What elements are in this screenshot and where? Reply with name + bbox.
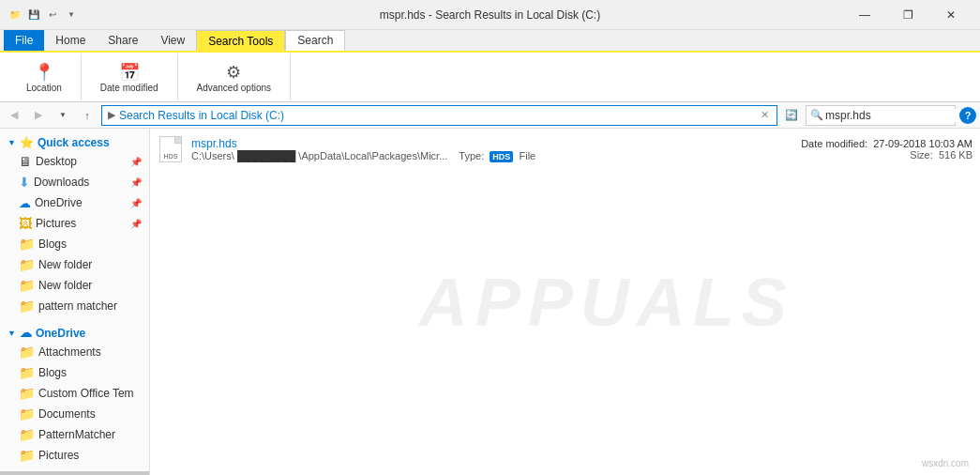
sidebar-item-blogs-od-label: Blogs xyxy=(38,366,67,379)
sidebar-item-downloads[interactable]: ⬇ Downloads 📌 xyxy=(0,172,149,192)
recent-button[interactable]: ▼ xyxy=(53,105,73,126)
pin-icon-onedrive: 📌 xyxy=(130,198,142,208)
sidebar-item-blogs[interactable]: 📁 Blogs xyxy=(0,234,149,254)
tab-view[interactable]: View xyxy=(149,30,196,51)
folder-icon: 📁 xyxy=(8,8,23,23)
pictures-icon: 🖼 xyxy=(19,216,32,231)
sidebar-item-new-folder-2[interactable]: 📁 New folder xyxy=(0,275,149,296)
tab-home[interactable]: Home xyxy=(44,30,97,51)
dropdown-arrow-icon[interactable]: ▼ xyxy=(64,8,79,23)
sidebar-item-pattern-matcher-od-label: PatternMatcher xyxy=(38,428,115,441)
tab-search[interactable]: Search xyxy=(285,30,345,51)
file-type-badge: HDS xyxy=(490,151,513,162)
sidebar-item-downloads-label: Downloads xyxy=(34,176,89,189)
quick-access-arrow: ▼ xyxy=(8,138,16,147)
sidebar-item-blogs-label: Blogs xyxy=(38,238,67,251)
sidebar-item-new-folder-1-label: New folder xyxy=(38,258,92,271)
watermark: APPUALS xyxy=(419,264,794,341)
sidebar-item-pictures-label: Pictures xyxy=(36,217,76,230)
ribbon-btn-location-label: Location xyxy=(26,83,62,93)
onedrive-section-label: OneDrive xyxy=(36,327,85,340)
file-path-base: C:\Users\ xyxy=(191,150,234,161)
content-area: APPUALS HDS mspr.hds C:\Users\ ████████ … xyxy=(150,129,980,475)
file-meta: Date modified: 27-09-2018 10:03 AM Size:… xyxy=(785,138,972,161)
file-size: Size: 516 KB xyxy=(785,149,972,161)
file-path-suffix: \AppData\Local\Packages\Micr... xyxy=(298,150,447,161)
size-label: Size: xyxy=(910,149,932,161)
sidebar-item-pattern-matcher-label: pattern matcher xyxy=(38,299,117,313)
sidebar-item-attachments-label: Attachments xyxy=(38,345,101,359)
file-type-label: File xyxy=(520,150,536,161)
undo-icon: ↩ xyxy=(45,8,60,23)
quick-access-label: Quick access xyxy=(38,136,110,149)
ribbon-group-refine: 📅 Date modified xyxy=(82,54,178,100)
pattern-matcher-od-icon: 📁 xyxy=(19,427,35,442)
downloads-icon: ⬇ xyxy=(19,175,30,190)
address-bar-input[interactable]: ▶ Search Results in Local Disk (C:) ✕ xyxy=(101,105,777,126)
new-folder-2-icon: 📁 xyxy=(19,278,35,293)
ribbon-tab-bar: File Home Share View Search Tools Search xyxy=(0,30,980,51)
address-path: Search Results in Local Disk (C:) xyxy=(119,109,759,122)
close-button[interactable]: ✕ xyxy=(929,0,972,30)
help-button[interactable]: ? xyxy=(959,107,976,124)
pictures-od-icon: 📁 xyxy=(19,448,35,463)
sidebar-item-onedrive-quick-label: OneDrive xyxy=(35,196,83,209)
back-button[interactable]: ◀ xyxy=(4,105,24,126)
sidebar-item-this-pc[interactable]: 💻 This PC xyxy=(0,471,149,475)
sidebar-item-documents[interactable]: 📁 Documents xyxy=(0,404,149,424)
save-icon: 💾 xyxy=(26,8,41,23)
forward-button[interactable]: ▶ xyxy=(28,105,49,126)
minimize-button[interactable]: — xyxy=(843,0,886,30)
ribbon-btn-location[interactable]: 📍 Location xyxy=(19,60,69,95)
table-row[interactable]: HDS mspr.hds C:\Users\ ████████ \AppData… xyxy=(150,132,980,166)
file-name-area: mspr.hds C:\Users\ ████████ \AppData\Loc… xyxy=(191,137,777,162)
address-bar: ◀ ▶ ▼ ↑ ▶ Search Results in Local Disk (… xyxy=(0,102,980,129)
sidebar-item-blogs-od[interactable]: 📁 Blogs xyxy=(0,362,149,383)
blogs-od-icon: 📁 xyxy=(19,365,35,380)
refresh-button[interactable]: 🔄 xyxy=(781,105,802,126)
address-clear-icon[interactable]: ✕ xyxy=(759,109,771,121)
date-value: 27-09-2018 10:03 AM xyxy=(873,138,972,149)
tab-file[interactable]: File xyxy=(4,30,44,51)
sidebar-item-pattern-matcher[interactable]: 📁 pattern matcher xyxy=(0,296,149,316)
file-path: C:\Users\ ████████ \AppData\Local\Packag… xyxy=(191,150,777,162)
file-list: HDS mspr.hds C:\Users\ ████████ \AppData… xyxy=(150,129,980,170)
title-bar: 📁 💾 ↩ ▼ mspr.hds - Search Results in Loc… xyxy=(0,0,980,30)
pattern-matcher-icon: 📁 xyxy=(19,299,35,314)
search-input[interactable] xyxy=(825,109,966,122)
sidebar-item-desktop[interactable]: 🖥 Desktop 📌 xyxy=(0,151,149,172)
ribbon-btn-options[interactable]: ⚙ Advanced options xyxy=(189,60,279,95)
sidebar-item-pictures[interactable]: 🖼 Pictures 📌 xyxy=(0,213,149,234)
file-icon: HDS xyxy=(158,134,184,164)
sidebar-item-attachments[interactable]: 📁 Attachments xyxy=(0,342,149,362)
size-value: 516 KB xyxy=(939,149,972,161)
up-button[interactable]: ↑ xyxy=(77,105,98,126)
blogs-folder-icon: 📁 xyxy=(19,237,35,252)
sidebar-item-new-folder-2-label: New folder xyxy=(38,279,92,292)
sidebar-item-pictures-od[interactable]: 📁 Pictures xyxy=(0,445,149,466)
new-folder-1-icon: 📁 xyxy=(19,257,35,272)
sidebar-item-onedrive-quick[interactable]: ☁ OneDrive 📌 xyxy=(0,192,149,213)
attachments-icon: 📁 xyxy=(19,345,35,360)
onedrive-quick-icon: ☁ xyxy=(19,196,31,210)
tab-share[interactable]: Share xyxy=(97,30,149,51)
maximize-button[interactable]: ❐ xyxy=(886,0,929,30)
search-box[interactable]: 🔍 ✕ xyxy=(806,105,956,126)
ribbon-group-location: 📍 Location xyxy=(8,54,82,100)
tab-search-tools[interactable]: Search Tools xyxy=(196,30,285,51)
sidebar-item-documents-label: Documents xyxy=(38,407,96,421)
title-bar-quick-icons: 📁 💾 ↩ ▼ xyxy=(8,8,79,23)
ribbon-btn-date[interactable]: 📅 Date modified xyxy=(93,60,166,95)
quick-access-section: ▼ ⭐ Quick access xyxy=(0,132,149,151)
sidebar-item-custom-office[interactable]: 📁 Custom Office Tem xyxy=(0,383,149,404)
brand-watermark: wsxdn.com xyxy=(922,458,969,468)
file-icon-shape: HDS xyxy=(159,136,182,162)
pin-icon-downloads: 📌 xyxy=(130,177,142,188)
ribbon-content: 📍 Location 📅 Date modified ⚙ Advanced op… xyxy=(0,51,980,101)
window-controls: — ❐ ✕ xyxy=(843,0,972,30)
sidebar-item-new-folder-1[interactable]: 📁 New folder xyxy=(0,254,149,275)
sidebar-item-pattern-matcher-od[interactable]: 📁 PatternMatcher xyxy=(0,424,149,445)
ribbon-group-options: ⚙ Advanced options xyxy=(178,54,292,100)
onedrive-section-icon: ☁ xyxy=(20,326,32,340)
onedrive-section: ▼ ☁ OneDrive xyxy=(0,322,149,342)
